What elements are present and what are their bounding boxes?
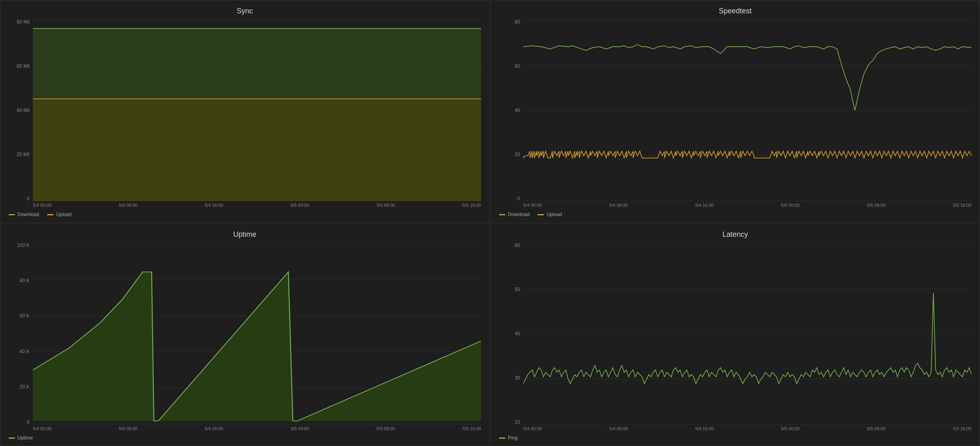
speedtest-chart-area: 80 60 40 20 0 5/4 00:00 5/4 08:00 xyxy=(499,19,971,209)
latency-x-3: 5/5 00:00 xyxy=(781,426,799,431)
speedtest-x-5: 5/5 16:00 xyxy=(953,203,971,208)
latency-legend-color xyxy=(499,437,505,439)
sync-y-label-1: 60 Mil xyxy=(17,64,30,69)
speedtest-x-2: 5/4 16:00 xyxy=(695,203,714,208)
sync-legend: Download Upload xyxy=(9,212,481,217)
uptime-y-axis: 100 K 80 K 60 K 40 K 20 K 0 xyxy=(9,243,33,433)
latency-y-3: 30 xyxy=(515,375,520,380)
sync-legend-upload-color xyxy=(47,214,54,215)
speedtest-legend-download: Download xyxy=(499,212,529,217)
latency-panel: Latency 60 50 40 30 20 5/4 00:00 5/4 0 xyxy=(490,223,980,446)
uptime-x-0: 5/4 00:00 xyxy=(33,426,52,431)
sync-x-5: 5/5 16:00 xyxy=(462,203,481,208)
sync-y-label-4: 0 xyxy=(27,196,30,201)
sync-legend-upload-label: Upload xyxy=(56,212,71,217)
sync-x-0: 5/4 00:00 xyxy=(33,203,52,208)
uptime-chart-area: 100 K 80 K 60 K 40 K 20 K 0 xyxy=(9,243,481,433)
uptime-y-4: 20 K xyxy=(19,384,30,389)
sync-x-2: 5/4 16:00 xyxy=(205,203,224,208)
sync-x-3: 5/5 00:00 xyxy=(290,203,309,208)
latency-legend-label: Ping xyxy=(508,435,518,441)
uptime-x-4: 5/5 08:00 xyxy=(376,426,395,431)
latency-y-4: 20 xyxy=(515,420,520,425)
speedtest-y-1: 60 xyxy=(515,64,520,69)
uptime-y-5: 0 xyxy=(27,420,30,425)
speedtest-y-3: 20 xyxy=(515,152,520,157)
speedtest-y-2: 40 xyxy=(515,108,520,113)
uptime-svg xyxy=(33,243,481,425)
sync-y-axis: 80 Mil 60 Mil 40 Mil 20 Mil 0 xyxy=(9,19,33,209)
latency-title: Latency xyxy=(499,230,971,239)
uptime-chart-inner: 5/4 00:00 5/4 08:00 5/4 16:00 5/5 00:00 … xyxy=(33,243,481,433)
latency-chart-area: 60 50 40 30 20 5/4 00:00 5/4 08:00 5/4 1… xyxy=(499,243,971,433)
uptime-y-0: 100 K xyxy=(17,243,30,248)
speedtest-x-1: 5/4 08:00 xyxy=(609,203,628,208)
uptime-legend-color xyxy=(9,437,15,439)
sync-x-4: 5/5 08:00 xyxy=(376,203,395,208)
speedtest-y-4: 0 xyxy=(517,196,520,201)
speedtest-legend-upload-label: Upload xyxy=(546,212,562,217)
speedtest-title: Speedtest xyxy=(499,7,971,15)
uptime-legend-uptime: Uptime xyxy=(9,435,33,441)
sync-y-label-3: 20 Mil xyxy=(17,152,30,157)
sync-y-label-0: 80 Mil xyxy=(17,19,30,24)
latency-x-1: 5/4 08:00 xyxy=(609,426,628,431)
latency-y-1: 50 xyxy=(515,287,520,292)
speedtest-panel: Speedtest 80 60 40 20 0 5/4 xyxy=(490,0,980,223)
speedtest-legend-upload: Upload xyxy=(537,212,562,217)
speedtest-legend: Download Upload xyxy=(499,212,971,217)
speedtest-y-0: 80 xyxy=(515,19,520,24)
latency-y-axis: 60 50 40 30 20 xyxy=(499,243,523,433)
speedtest-svg xyxy=(523,19,971,201)
latency-y-0: 60 xyxy=(515,243,520,248)
uptime-x-axis: 5/4 00:00 5/4 08:00 5/4 16:00 5/5 00:00 … xyxy=(33,425,481,433)
uptime-title: Uptime xyxy=(9,230,481,239)
sync-legend-download: Download xyxy=(9,212,39,217)
sync-x-1: 5/4 08:00 xyxy=(119,203,138,208)
speedtest-legend-download-color xyxy=(499,214,505,215)
latency-x-4: 5/5 08:00 xyxy=(867,426,885,431)
svg-marker-1 xyxy=(33,99,481,201)
speedtest-legend-download-label: Download xyxy=(508,212,529,217)
speedtest-chart-inner: 5/4 00:00 5/4 08:00 5/4 16:00 5/5 00:00 … xyxy=(523,19,971,209)
speedtest-y-axis: 80 60 40 20 0 xyxy=(499,19,523,209)
sync-legend-download-label: Download xyxy=(17,212,39,217)
uptime-legend-label: Uptime xyxy=(17,435,33,441)
sync-chart-area: 80 Mil 60 Mil 40 Mil 20 Mil 0 xyxy=(9,19,481,209)
sync-svg xyxy=(33,19,481,201)
sync-legend-download-color xyxy=(9,214,15,215)
latency-x-axis: 5/4 00:00 5/4 08:00 5/4 16:00 5/5 00:00 … xyxy=(523,425,971,433)
sync-legend-upload: Upload xyxy=(47,212,71,217)
uptime-x-1: 5/4 08:00 xyxy=(119,426,138,431)
sync-x-axis: 5/4 00:00 5/4 08:00 5/4 16:00 5/5 00:00 … xyxy=(33,201,481,209)
speedtest-legend-upload-color xyxy=(537,214,544,215)
sync-panel: Sync 80 Mil 60 Mil 40 Mil 20 Mil 0 xyxy=(0,0,490,223)
sync-chart-inner: 5/4 00:00 5/4 08:00 5/4 16:00 5/5 00:00 … xyxy=(33,19,481,209)
latency-y-2: 40 xyxy=(515,331,520,336)
latency-x-2: 5/4 16:00 xyxy=(695,426,714,431)
uptime-panel: Uptime 100 K 80 K 60 K 40 K 20 K 0 xyxy=(0,223,490,446)
uptime-x-3: 5/5 00:00 xyxy=(290,426,309,431)
svg-marker-2 xyxy=(33,272,481,421)
uptime-x-2: 5/4 16:00 xyxy=(205,426,224,431)
speedtest-x-3: 5/5 00:00 xyxy=(781,203,799,208)
speedtest-x-axis: 5/4 00:00 5/4 08:00 5/4 16:00 5/5 00:00 … xyxy=(523,201,971,209)
latency-x-5: 5/5 16:00 xyxy=(953,426,971,431)
uptime-x-5: 5/5 16:00 xyxy=(462,426,481,431)
uptime-y-3: 40 K xyxy=(19,349,30,354)
speedtest-x-4: 5/5 08:00 xyxy=(867,203,885,208)
uptime-legend: Uptime xyxy=(9,435,481,441)
latency-chart-inner: 5/4 00:00 5/4 08:00 5/4 16:00 5/5 00:00 … xyxy=(523,243,971,433)
uptime-y-1: 80 K xyxy=(19,278,30,283)
latency-legend: Ping xyxy=(499,435,971,441)
latency-svg xyxy=(523,243,971,425)
latency-legend-ping: Ping xyxy=(499,435,518,441)
speedtest-x-0: 5/4 00:00 xyxy=(523,203,542,208)
sync-title: Sync xyxy=(9,7,481,15)
sync-y-label-2: 40 Mil xyxy=(17,108,30,113)
uptime-y-2: 60 K xyxy=(19,313,30,318)
latency-x-0: 5/4 00:00 xyxy=(523,426,542,431)
